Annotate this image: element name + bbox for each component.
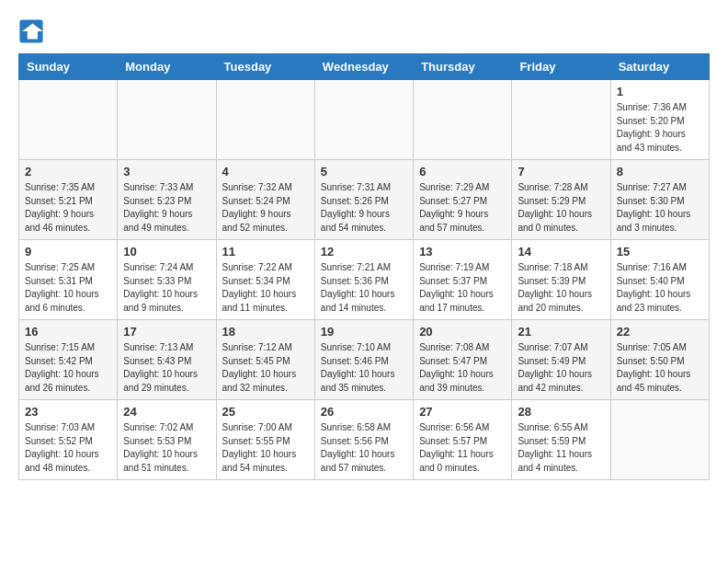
calendar-cell: 20Sunrise: 7:08 AM Sunset: 5:47 PM Dayli… [414,320,512,400]
calendar-cell: 12Sunrise: 7:21 AM Sunset: 5:36 PM Dayli… [314,240,413,320]
day-info: Sunrise: 7:08 AM Sunset: 5:47 PM Dayligh… [419,341,506,395]
day-number: 5 [321,165,407,178]
day-info: Sunrise: 7:27 AM Sunset: 5:30 PM Dayligh… [617,181,703,235]
day-info: Sunrise: 7:24 AM Sunset: 5:33 PM Dayligh… [123,261,210,315]
calendar-cell: 14Sunrise: 7:18 AM Sunset: 5:39 PM Dayli… [512,240,610,320]
calendar-cell: 25Sunrise: 7:00 AM Sunset: 5:55 PM Dayli… [216,400,314,480]
day-info: Sunrise: 7:05 AM Sunset: 5:50 PM Dayligh… [617,341,703,395]
calendar-cell: 23Sunrise: 7:03 AM Sunset: 5:52 PM Dayli… [19,400,118,480]
calendar-cell: 15Sunrise: 7:16 AM Sunset: 5:40 PM Dayli… [610,240,709,320]
day-info: Sunrise: 7:36 AM Sunset: 5:20 PM Dayligh… [617,101,703,155]
calendar-cell: 8Sunrise: 7:27 AM Sunset: 5:30 PM Daylig… [610,160,709,240]
day-info: Sunrise: 7:10 AM Sunset: 5:46 PM Dayligh… [321,341,407,395]
logo-icon [18,18,44,44]
day-number: 14 [518,245,604,259]
calendar-cell: 7Sunrise: 7:28 AM Sunset: 5:29 PM Daylig… [512,160,610,240]
calendar-cell [19,80,118,160]
day-number: 19 [321,325,407,339]
day-info: Sunrise: 7:03 AM Sunset: 5:52 PM Dayligh… [25,421,111,475]
day-number: 26 [321,405,407,419]
day-info: Sunrise: 7:19 AM Sunset: 5:37 PM Dayligh… [419,261,506,315]
calendar-week-row: 2Sunrise: 7:35 AM Sunset: 5:21 PM Daylig… [19,160,710,240]
calendar-cell: 2Sunrise: 7:35 AM Sunset: 5:21 PM Daylig… [19,160,118,240]
calendar-cell: 3Sunrise: 7:33 AM Sunset: 5:23 PM Daylig… [118,160,216,240]
column-header-tuesday: Tuesday [216,54,314,80]
page-header [18,18,710,44]
day-number: 28 [518,405,604,419]
day-number: 21 [518,325,604,339]
calendar-cell: 11Sunrise: 7:22 AM Sunset: 5:34 PM Dayli… [216,240,314,320]
day-info: Sunrise: 7:18 AM Sunset: 5:39 PM Dayligh… [518,261,604,315]
calendar-cell: 28Sunrise: 6:55 AM Sunset: 5:59 PM Dayli… [512,400,610,480]
calendar-header-row: SundayMondayTuesdayWednesdayThursdayFrid… [19,54,710,80]
day-info: Sunrise: 7:00 AM Sunset: 5:55 PM Dayligh… [222,421,309,475]
calendar-table: SundayMondayTuesdayWednesdayThursdayFrid… [18,53,710,480]
day-info: Sunrise: 7:21 AM Sunset: 5:36 PM Dayligh… [321,261,407,315]
calendar-cell: 17Sunrise: 7:13 AM Sunset: 5:43 PM Dayli… [118,320,216,400]
calendar-cell: 16Sunrise: 7:15 AM Sunset: 5:42 PM Dayli… [19,320,118,400]
logo [18,18,46,44]
column-header-friday: Friday [512,54,610,80]
calendar-cell: 6Sunrise: 7:29 AM Sunset: 5:27 PM Daylig… [414,160,512,240]
calendar-cell: 19Sunrise: 7:10 AM Sunset: 5:46 PM Dayli… [314,320,413,400]
day-info: Sunrise: 7:25 AM Sunset: 5:31 PM Dayligh… [25,261,111,315]
day-number: 10 [123,245,210,259]
calendar-cell: 21Sunrise: 7:07 AM Sunset: 5:49 PM Dayli… [512,320,610,400]
day-number: 20 [419,325,506,339]
day-number: 24 [123,405,210,419]
day-number: 2 [25,165,111,178]
calendar-week-row: 9Sunrise: 7:25 AM Sunset: 5:31 PM Daylig… [19,240,710,320]
day-info: Sunrise: 7:29 AM Sunset: 5:27 PM Dayligh… [419,181,506,235]
calendar-cell: 5Sunrise: 7:31 AM Sunset: 5:26 PM Daylig… [314,160,413,240]
day-info: Sunrise: 7:31 AM Sunset: 5:26 PM Dayligh… [321,181,407,235]
day-number: 8 [617,165,703,178]
calendar-week-row: 1Sunrise: 7:36 AM Sunset: 5:20 PM Daylig… [19,80,710,160]
day-number: 9 [25,245,111,259]
day-info: Sunrise: 7:13 AM Sunset: 5:43 PM Dayligh… [123,341,210,395]
day-info: Sunrise: 7:07 AM Sunset: 5:49 PM Dayligh… [518,341,604,395]
day-number: 6 [419,165,506,178]
day-info: Sunrise: 7:32 AM Sunset: 5:24 PM Dayligh… [222,181,309,235]
day-number: 18 [222,325,309,339]
column-header-thursday: Thursday [414,54,512,80]
calendar-cell [314,80,413,160]
day-info: Sunrise: 6:58 AM Sunset: 5:56 PM Dayligh… [321,421,407,475]
calendar-cell: 13Sunrise: 7:19 AM Sunset: 5:37 PM Dayli… [414,240,512,320]
day-number: 17 [123,325,210,339]
calendar-cell: 26Sunrise: 6:58 AM Sunset: 5:56 PM Dayli… [314,400,413,480]
calendar-week-row: 23Sunrise: 7:03 AM Sunset: 5:52 PM Dayli… [19,400,710,480]
calendar-cell [610,400,709,480]
column-header-sunday: Sunday [19,54,118,80]
calendar-cell: 18Sunrise: 7:12 AM Sunset: 5:45 PM Dayli… [216,320,314,400]
day-number: 16 [25,325,111,339]
column-header-wednesday: Wednesday [314,54,413,80]
day-number: 22 [617,325,703,339]
calendar-cell: 10Sunrise: 7:24 AM Sunset: 5:33 PM Dayli… [118,240,216,320]
day-info: Sunrise: 7:16 AM Sunset: 5:40 PM Dayligh… [617,261,703,315]
day-number: 25 [222,405,309,419]
day-number: 12 [321,245,407,259]
calendar-cell: 9Sunrise: 7:25 AM Sunset: 5:31 PM Daylig… [19,240,118,320]
day-number: 7 [518,165,604,178]
day-number: 11 [222,245,309,259]
day-info: Sunrise: 7:15 AM Sunset: 5:42 PM Dayligh… [25,341,111,395]
day-info: Sunrise: 6:55 AM Sunset: 5:59 PM Dayligh… [518,421,604,475]
day-info: Sunrise: 7:12 AM Sunset: 5:45 PM Dayligh… [222,341,309,395]
day-number: 27 [419,405,506,419]
calendar-cell: 4Sunrise: 7:32 AM Sunset: 5:24 PM Daylig… [216,160,314,240]
day-number: 3 [123,165,210,178]
day-info: Sunrise: 7:28 AM Sunset: 5:29 PM Dayligh… [518,181,604,235]
calendar-cell [414,80,512,160]
day-number: 13 [419,245,506,259]
calendar-cell [216,80,314,160]
day-number: 15 [617,245,703,259]
day-number: 1 [617,85,703,98]
calendar-week-row: 16Sunrise: 7:15 AM Sunset: 5:42 PM Dayli… [19,320,710,400]
day-info: Sunrise: 7:35 AM Sunset: 5:21 PM Dayligh… [25,181,111,235]
column-header-monday: Monday [118,54,216,80]
day-number: 4 [222,165,309,178]
day-info: Sunrise: 7:02 AM Sunset: 5:53 PM Dayligh… [123,421,210,475]
calendar-cell [118,80,216,160]
column-header-saturday: Saturday [610,54,709,80]
calendar-cell [512,80,610,160]
